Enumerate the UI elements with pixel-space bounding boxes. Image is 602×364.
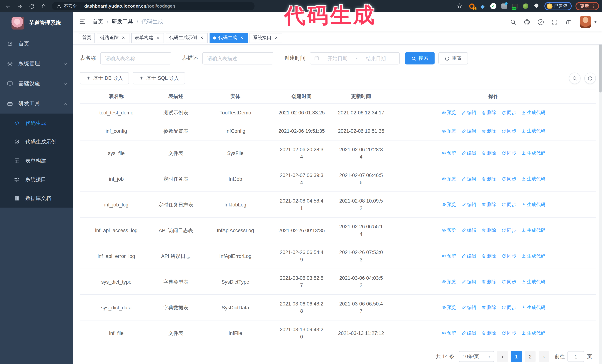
sidebar-subitem-系统接口[interactable]: 系统接口 [0,170,73,189]
action-预览[interactable]: 预览 [441,175,456,182]
end-date-input[interactable] [359,55,392,62]
help-icon[interactable]: ? [537,18,544,25]
action-删除[interactable]: 删除 [481,149,496,157]
tab-表单构建[interactable]: 表单构建 × [131,33,164,43]
security-label[interactable]: 不安全 [64,3,77,9]
action-预览[interactable]: 预览 [441,304,456,311]
page-number-button[interactable]: 2 [525,351,536,362]
profile-paused-badge[interactable]: 已暂停 [544,2,572,10]
extensions-puzzle-icon[interactable] [533,3,540,10]
action-生成代码[interactable]: 生成代码 [521,304,546,311]
extension-leaf-icon[interactable] [522,3,529,10]
url-host[interactable]: dashboard.yudao.iocoder.cn [84,4,146,9]
sidebar-subitem-数据库文档[interactable]: 数据库文档 [0,189,73,208]
action-生成代码[interactable]: 生成代码 [521,149,546,157]
sidebar-item-基础设施[interactable]: 基础设施 [0,74,73,94]
action-预览[interactable]: 预览 [441,127,456,135]
action-同步[interactable]: 同步 [501,304,516,311]
import-sql-button[interactable]: 基于 SQL 导入 [133,72,185,84]
start-date-input[interactable] [321,55,354,62]
action-预览[interactable]: 预览 [441,329,456,337]
breadcrumb-home[interactable]: 首页 [93,18,103,25]
close-icon[interactable]: × [155,36,161,40]
action-删除[interactable]: 删除 [481,175,496,182]
action-编辑[interactable]: 编辑 [461,109,476,116]
chevron-down-icon[interactable]: ▼ [594,20,598,24]
hamburger-icon[interactable] [79,18,86,26]
breadcrumb-dev-tools[interactable]: 研发工具 [112,18,133,25]
action-预览[interactable]: 预览 [441,278,456,285]
action-编辑[interactable]: 编辑 [461,227,476,234]
page-scrollbar[interactable] [599,12,602,364]
url-path[interactable]: /tool/codegen [146,4,175,9]
action-同步[interactable]: 同步 [501,175,516,182]
action-编辑[interactable]: 编辑 [461,127,476,135]
tab-首页[interactable]: 首页 × [79,33,95,43]
date-range-picker[interactable]: - [310,52,400,64]
browser-update-button[interactable]: 更新 ⋮ [576,2,599,10]
extension-grid-icon[interactable] [501,3,507,10]
action-删除[interactable]: 删除 [481,329,496,337]
goto-page-input[interactable] [567,351,584,362]
home-icon[interactable] [39,2,48,10]
action-同步[interactable]: 同步 [501,149,516,157]
sidebar-subitem-表单构建[interactable]: 表单构建 [0,151,73,170]
sidebar-item-研发工具[interactable]: 研发工具 [0,94,73,114]
action-生成代码[interactable]: 生成代码 [521,329,546,337]
tab-代码生成[interactable]: 代码生成 × [210,33,248,43]
action-编辑[interactable]: 编辑 [461,278,476,285]
prev-page-button[interactable]: ‹ [497,351,508,362]
bookmark-star-icon[interactable] [456,3,463,10]
address-bar[interactable]: 不安全 dashboard.yudao.iocoder.cn /tool/cod… [52,2,255,10]
extension-on-icon[interactable]: on [512,3,518,10]
sidebar-item-系统管理[interactable]: 系统管理 [0,54,73,74]
action-删除[interactable]: 删除 [481,227,496,234]
action-同步[interactable]: 同步 [501,329,516,337]
action-同步[interactable]: 同步 [501,278,516,285]
action-编辑[interactable]: 编辑 [461,149,476,157]
action-同步[interactable]: 同步 [501,201,516,208]
action-同步[interactable]: 同步 [501,227,516,234]
table-name-input[interactable] [100,52,171,64]
action-生成代码[interactable]: 生成代码 [521,109,546,116]
action-编辑[interactable]: 编辑 [461,252,476,260]
user-avatar[interactable] [580,16,591,28]
action-预览[interactable]: 预览 [441,201,456,208]
action-同步[interactable]: 同步 [501,109,516,116]
reset-button[interactable]: 重置 [439,52,468,64]
reload-icon[interactable] [27,2,36,10]
toggle-search-button[interactable] [569,73,580,84]
close-icon[interactable]: × [274,36,279,40]
close-icon[interactable]: × [199,36,204,40]
refresh-table-button[interactable] [584,73,596,84]
github-icon[interactable] [523,18,530,25]
next-page-button[interactable]: › [539,351,549,362]
action-生成代码[interactable]: 生成代码 [521,201,546,208]
action-删除[interactable]: 删除 [481,201,496,208]
tab-系统接口[interactable]: 系统接口 × [249,33,282,43]
close-icon[interactable]: × [121,36,126,40]
font-size-icon[interactable]: tT [565,18,572,25]
search-button[interactable]: 搜索 [405,52,435,64]
page-number-button[interactable]: 1 [511,351,522,362]
action-删除[interactable]: 删除 [481,252,496,260]
action-生成代码[interactable]: 生成代码 [521,227,546,234]
action-生成代码[interactable]: 生成代码 [521,278,546,285]
forward-icon[interactable] [15,2,24,10]
extension-check-icon[interactable]: ✓ [490,3,497,10]
action-生成代码[interactable]: 生成代码 [521,252,546,260]
action-预览[interactable]: 预览 [441,227,456,234]
action-删除[interactable]: 删除 [481,127,496,135]
extension-gem-icon[interactable]: ◆ [479,3,486,10]
table-desc-input[interactable] [202,52,273,64]
sidebar-subitem-代码生成[interactable]: 代码生成 [0,114,73,133]
extension-icon[interactable]: 1 [469,3,475,10]
action-编辑[interactable]: 编辑 [461,304,476,311]
tab-代码生成示例[interactable]: 代码生成示例 × [166,33,208,43]
search-icon[interactable] [510,18,516,25]
back-icon[interactable] [3,2,12,10]
page-size-select[interactable]: 10条/页 ▼ [459,351,494,362]
action-预览[interactable]: 预览 [441,109,456,116]
tab-链路追踪[interactable]: 链路追踪 × [97,33,129,43]
action-删除[interactable]: 删除 [481,278,496,285]
